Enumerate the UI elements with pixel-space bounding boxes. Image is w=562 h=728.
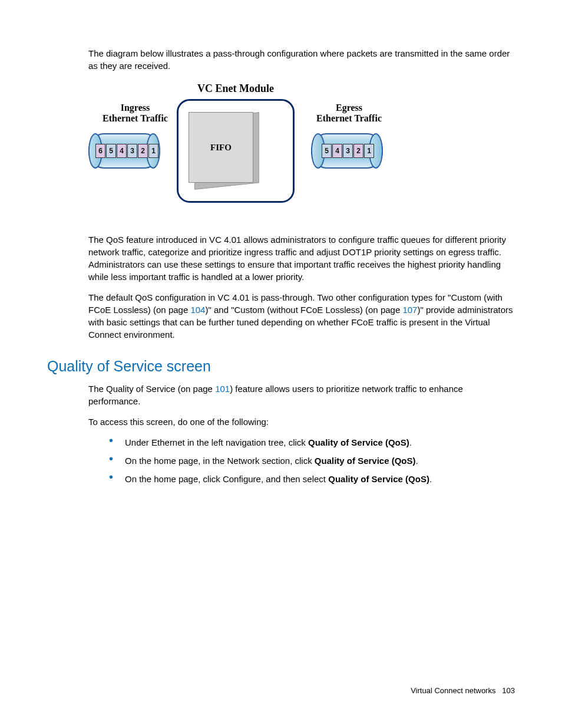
- section-heading-qos-screen: Quality of Service screen: [47, 356, 515, 377]
- list-item: On the home page, click Configure, and t…: [112, 473, 515, 485]
- packet-box: 1: [364, 144, 374, 158]
- fifo-diagram: VC Enet Module Ingress Ethernet Traffic …: [88, 83, 383, 218]
- egress-pipe: 54321: [311, 133, 383, 169]
- page-link-104[interactable]: 104: [190, 305, 205, 315]
- list-item: On the home page, in the Network section…: [112, 454, 515, 467]
- diagram-title: VC Enet Module: [88, 83, 383, 95]
- packet-box: 2: [353, 144, 363, 158]
- page-link-101[interactable]: 101: [215, 384, 230, 394]
- list-item: Under Ethernet in the left navigation tr…: [112, 436, 515, 449]
- packet-box: 4: [332, 144, 342, 158]
- ingress-pipe: 654321: [88, 133, 160, 169]
- fifo-block: FIFO: [189, 112, 253, 183]
- packet-box: 1: [148, 144, 158, 158]
- packet-box: 3: [127, 144, 137, 158]
- packet-box: 4: [117, 144, 127, 158]
- egress-label: Egress Ethernet Traffic: [316, 103, 382, 124]
- packet-box: 5: [106, 144, 116, 158]
- packet-box: 2: [138, 144, 148, 158]
- para-qos-screen-intro: The Quality of Service (on page 101) fea…: [88, 383, 515, 407]
- page-footer: Virtual Connect networks 103: [411, 686, 515, 696]
- para-qos-default: The default QoS configuration in VC 4.01…: [88, 291, 515, 341]
- para-access-instructions: To access this screen, do one of the fol…: [88, 416, 515, 428]
- ingress-label: Ingress Ethernet Traffic: [103, 103, 168, 124]
- bold-term: Quality of Service (QoS): [328, 474, 429, 484]
- access-methods-list: Under Ethernet in the left navigation tr…: [112, 436, 515, 485]
- page-link-107[interactable]: 107: [402, 305, 417, 315]
- para-intro: The diagram below illustrates a pass-thr…: [88, 47, 515, 72]
- bold-term: Quality of Service (QoS): [308, 437, 409, 447]
- packet-box: 3: [343, 144, 353, 158]
- bold-term: Quality of Service (QoS): [315, 456, 416, 466]
- para-qos-intro: The QoS feature introduced in VC 4.01 al…: [88, 233, 515, 283]
- packet-box: 5: [322, 144, 332, 158]
- packet-box: 6: [95, 144, 105, 158]
